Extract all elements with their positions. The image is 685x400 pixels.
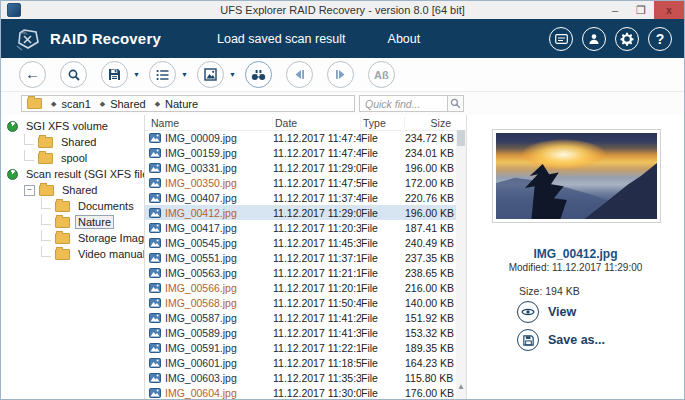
save-as-button[interactable]: Save as... <box>517 329 605 351</box>
tree-collapse-icon[interactable]: − <box>24 185 35 196</box>
tree-item-spool[interactable]: spool <box>1 150 144 166</box>
encoding-button[interactable]: Aß <box>368 61 395 88</box>
column-header-date[interactable]: Date <box>273 117 361 129</box>
title-bar: UFS Explorer RAID Recovery - version 8.0… <box>1 1 684 19</box>
user-icon[interactable] <box>582 27 606 51</box>
image-file-icon <box>149 313 161 323</box>
folder-icon <box>38 137 53 148</box>
find-button[interactable] <box>245 61 272 88</box>
next-object-button[interactable] <box>327 61 354 88</box>
file-row[interactable]: IMG_00566.jpg 11.12.2017 11:20:14 File 2… <box>145 280 456 295</box>
tree-item-nature[interactable]: Nature <box>1 214 144 230</box>
list-view-icon <box>156 69 169 81</box>
file-size: 216.00 KB <box>405 282 455 294</box>
scrollbar-thumb[interactable] <box>457 130 465 146</box>
file-row[interactable]: IMG_00591.jpg 11.12.2017 11:22:14 File 1… <box>145 340 456 355</box>
settings-gear-icon[interactable] <box>615 27 639 51</box>
export-image-button[interactable] <box>197 61 224 88</box>
file-row[interactable]: IMG_00417.jpg 11.12.2017 11:20:34 File 1… <box>145 220 456 235</box>
file-date: 11.12.2017 11:29:00 <box>273 162 361 174</box>
tree-item-label: Shared <box>59 183 100 197</box>
view-button-label: View <box>548 305 576 319</box>
view-options-button[interactable] <box>149 61 176 88</box>
file-type: File <box>361 387 405 399</box>
column-header-size[interactable]: Size <box>405 117 455 129</box>
file-date: 11.12.2017 11:50:44 <box>273 297 361 309</box>
file-row[interactable]: IMG_00412.jpg 11.12.2017 11:29:00 File 1… <box>145 205 456 220</box>
quick-find-input[interactable] <box>359 95 447 112</box>
tree-item-shared[interactable]: Shared <box>1 134 144 150</box>
file-row[interactable]: IMG_00331.jpg 11.12.2017 11:29:00 File 1… <box>145 160 456 175</box>
tree-item-sgi-xfs-volume[interactable]: SGI XFS volume <box>1 118 144 134</box>
view-button[interactable]: View <box>517 301 576 323</box>
breadcrumb-crumb[interactable]: Nature <box>165 98 198 110</box>
preview-panel: IMG_00412.jpg Modified: 11.12.2017 11:29… <box>467 115 684 399</box>
file-type: File <box>361 192 405 204</box>
breadcrumb-items: ◆scan1◆Shared◆Nature <box>42 98 198 110</box>
breadcrumb[interactable]: ◆scan1◆Shared◆Nature <box>21 95 355 112</box>
save-scan-button[interactable] <box>101 61 128 88</box>
export-dropdown-caret[interactable]: ▼ <box>229 71 236 78</box>
tree-item-storage-image-files[interactable]: Storage Image Files <box>1 230 144 246</box>
breadcrumb-crumb[interactable]: Shared <box>110 98 145 110</box>
back-arrow-icon: ← <box>25 66 40 81</box>
file-row[interactable]: IMG_00603.jpg 11.12.2017 11:35:37 File 1… <box>145 370 456 385</box>
file-type: File <box>361 207 405 219</box>
preview-filename: IMG_00412.jpg <box>467 247 684 261</box>
quick-find-search-button[interactable] <box>447 95 464 112</box>
column-header-type[interactable]: Type <box>361 117 405 129</box>
file-row[interactable]: IMG_00601.jpg 11.12.2017 11:18:53 File 1… <box>145 355 456 370</box>
app-logo-icon <box>15 26 41 52</box>
menu-about[interactable]: About <box>388 32 421 46</box>
breadcrumb-crumb[interactable]: scan1 <box>61 98 90 110</box>
tree-connector <box>24 134 34 145</box>
file-name: IMG_00407.jpg <box>165 192 237 204</box>
tree-item-scan-result-sgi-xfs-file-system-3-72-gb[interactable]: Scan result (SGI XFS file system; 3.72 G… <box>1 166 144 182</box>
file-row[interactable]: IMG_00159.jpg 11.12.2017 11:47:49 File 2… <box>145 145 456 160</box>
view-options-dropdown-caret[interactable]: ▼ <box>181 71 188 78</box>
file-row[interactable]: IMG_00545.jpg 11.12.2017 11:45:36 File 2… <box>145 235 456 250</box>
file-row[interactable]: IMG_00551.jpg 11.12.2017 11:37:12 File 2… <box>145 250 456 265</box>
file-row[interactable]: IMG_00604.jpg 11.12.2017 11:30:05 File 1… <box>145 385 456 399</box>
file-list-scrollbar[interactable]: ▲ <box>456 130 466 399</box>
file-date: 11.12.2017 11:21:10 <box>273 267 361 279</box>
maximize-button[interactable]: ❐ <box>628 1 654 19</box>
file-size: 151.92 KB <box>405 312 455 324</box>
back-button[interactable]: ← <box>19 61 46 88</box>
file-date: 11.12.2017 11:30:05 <box>273 387 361 399</box>
file-row[interactable]: IMG_00407.jpg 11.12.2017 11:37:43 File 2… <box>145 190 456 205</box>
file-size: 176.00 KB <box>405 387 455 399</box>
file-type: File <box>361 282 405 294</box>
file-date: 11.12.2017 11:22:14 <box>273 342 361 354</box>
image-file-icon <box>149 373 161 383</box>
tree-item-label: Video manuals <box>75 247 145 261</box>
file-row[interactable]: IMG_00568.jpg 11.12.2017 11:50:44 File 1… <box>145 295 456 310</box>
search-button[interactable] <box>60 61 87 88</box>
preview-thumbnail[interactable] <box>492 129 661 223</box>
file-size: 189.35 KB <box>405 342 455 354</box>
tree-item-video-manuals[interactable]: Video manuals <box>1 246 144 262</box>
license-card-icon[interactable] <box>549 27 573 51</box>
file-row[interactable]: IMG_00350.jpg 11.12.2017 11:47:57 File 1… <box>145 175 456 190</box>
column-header-name[interactable]: Name <box>149 117 273 129</box>
image-file-icon <box>149 223 161 233</box>
file-date: 11.12.2017 11:20:14 <box>273 282 361 294</box>
tree-connector <box>41 198 51 209</box>
save-as-floppy-icon <box>517 329 539 351</box>
file-type: File <box>361 342 405 354</box>
file-row[interactable]: IMG_00009.jpg 11.12.2017 11:47:44 File 2… <box>145 130 456 145</box>
file-row[interactable]: IMG_00587.jpg 11.12.2017 11:41:26 File 1… <box>145 310 456 325</box>
tree-item-shared[interactable]: − Shared <box>1 182 144 198</box>
close-button[interactable]: x <box>654 1 684 19</box>
folder-icon <box>55 233 70 244</box>
save-dropdown-caret[interactable]: ▼ <box>133 71 140 78</box>
tree-item-documents[interactable]: Documents <box>1 198 144 214</box>
menu-load-saved-scan-result[interactable]: Load saved scan result <box>217 32 346 46</box>
previous-object-button[interactable] <box>286 61 313 88</box>
file-row[interactable]: IMG_00563.jpg 11.12.2017 11:21:10 File 2… <box>145 265 456 280</box>
minimize-button[interactable]: – <box>602 1 628 19</box>
crumb-separator-icon: ◆ <box>51 100 56 108</box>
file-row[interactable]: IMG_00589.jpg 11.12.2017 11:41:30 File 1… <box>145 325 456 340</box>
help-icon[interactable]: ? <box>648 27 672 51</box>
scrollbar-up-icon[interactable]: ▲ <box>456 382 466 391</box>
